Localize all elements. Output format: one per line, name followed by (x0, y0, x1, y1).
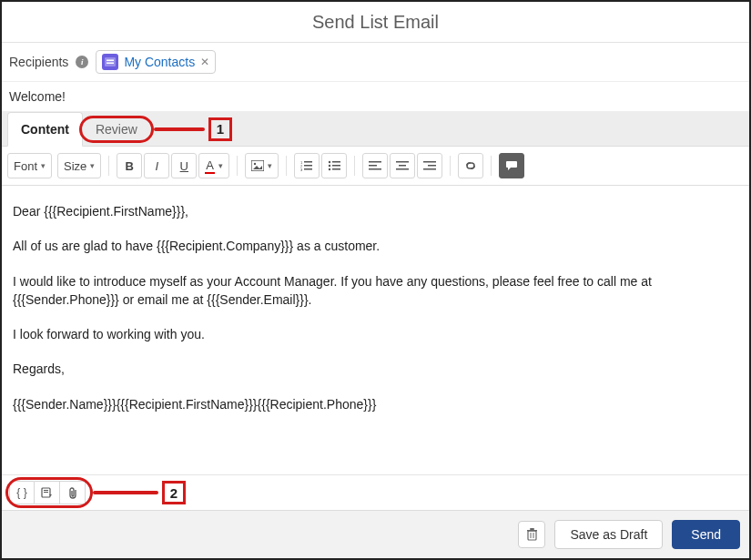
toolbar-separator (286, 156, 287, 176)
recipients-label: Recipients (9, 55, 68, 69)
recipient-chip[interactable]: My Contacts ✕ (96, 50, 216, 74)
info-icon[interactable]: i (76, 56, 88, 68)
svg-rect-8 (304, 161, 312, 163)
font-dropdown[interactable]: Font (7, 153, 52, 178)
svg-rect-2 (107, 63, 114, 65)
tab-review[interactable]: Review (83, 113, 150, 146)
recipients-row: Recipients i My Contacts ✕ (2, 43, 749, 82)
body-paragraph: All of us are glad to have {{{Recipient.… (13, 237, 738, 255)
merge-field-button[interactable]: { } (9, 481, 35, 504)
delete-button[interactable] (518, 521, 545, 548)
quick-text-button[interactable] (499, 153, 524, 178)
recipient-chip-label: My Contacts (124, 55, 195, 69)
subject-input[interactable]: Welcome! (2, 82, 749, 112)
svg-rect-10 (304, 168, 312, 170)
svg-rect-25 (423, 168, 436, 170)
align-left-button[interactable] (362, 153, 388, 178)
svg-point-13 (329, 168, 330, 170)
editor-toolbar: Font Size B I U A 123 (2, 147, 749, 186)
svg-rect-15 (332, 165, 340, 167)
svg-rect-28 (44, 492, 48, 493)
callout-line-1 (154, 127, 205, 131)
svg-rect-30 (530, 533, 531, 538)
save-draft-button[interactable]: Save as Draft (554, 520, 663, 549)
svg-rect-3 (251, 160, 264, 171)
remove-chip-icon[interactable]: ✕ (200, 56, 209, 68)
attachment-button[interactable] (60, 481, 86, 504)
tabs-row: Content Review 1 (2, 112, 749, 147)
svg-rect-17 (369, 161, 381, 163)
email-body-editor[interactable]: Dear {{{Recipient.FirstName}}}, All of u… (2, 186, 749, 474)
tab-content[interactable]: Content (7, 112, 83, 147)
contacts-icon (102, 54, 118, 70)
callout-box-2: 2 (162, 481, 186, 504)
svg-rect-21 (399, 165, 406, 167)
underline-button[interactable]: U (171, 153, 197, 178)
body-paragraph: Regards, (13, 360, 738, 378)
footer: Save as Draft Send (2, 510, 749, 558)
unordered-list-button[interactable] (321, 153, 347, 178)
send-button[interactable]: Send (672, 520, 740, 549)
svg-rect-19 (369, 168, 381, 170)
ordered-list-button[interactable]: 123 (294, 153, 320, 178)
svg-rect-16 (332, 168, 340, 170)
align-right-button[interactable] (417, 153, 442, 178)
body-paragraph: {{{Sender.Name}}}{{{Recipient.FirstName}… (13, 395, 738, 413)
toolbar-separator (237, 156, 238, 176)
toolbar-separator (491, 156, 492, 176)
image-button[interactable] (245, 153, 279, 178)
bold-button[interactable]: B (117, 153, 142, 178)
toolbar-separator (450, 156, 451, 176)
svg-rect-31 (533, 533, 533, 538)
svg-rect-22 (396, 168, 409, 170)
svg-rect-1 (107, 60, 114, 62)
svg-rect-24 (428, 165, 436, 167)
toolbar-separator (354, 156, 355, 176)
svg-rect-14 (332, 161, 340, 163)
template-button[interactable] (35, 481, 60, 504)
toolbar-separator (108, 156, 109, 176)
svg-point-12 (329, 165, 330, 167)
svg-rect-0 (105, 57, 116, 66)
body-paragraph: I would like to introduce myself as your… (13, 272, 738, 310)
size-dropdown[interactable]: Size (57, 153, 101, 178)
align-center-button[interactable] (390, 153, 415, 178)
link-button[interactable] (458, 153, 483, 178)
svg-rect-23 (423, 161, 436, 163)
svg-point-11 (329, 161, 330, 163)
svg-rect-9 (304, 165, 312, 167)
svg-rect-27 (44, 490, 48, 491)
svg-rect-20 (396, 161, 409, 163)
svg-rect-29 (528, 531, 536, 540)
svg-rect-33 (530, 528, 534, 530)
svg-rect-32 (527, 530, 537, 532)
svg-point-4 (254, 163, 256, 165)
callout-box-1: 1 (208, 117, 232, 141)
dialog-title: Send List Email (2, 2, 749, 43)
italic-button[interactable]: I (144, 153, 169, 178)
svg-rect-18 (369, 165, 377, 167)
text-color-button[interactable]: A (198, 153, 229, 178)
svg-text:3: 3 (300, 168, 303, 171)
bottom-toolbar: { } 2 (2, 474, 749, 510)
callout-line-2 (93, 491, 158, 494)
body-paragraph: Dear {{{Recipient.FirstName}}}, (13, 202, 738, 220)
body-paragraph: I look forward to working with you. (13, 325, 738, 343)
